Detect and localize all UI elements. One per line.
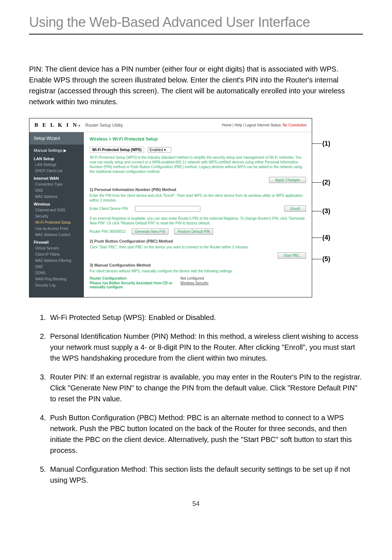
wps-description: Wi-Fi Protected Setup (WPS) is the indus…: [90, 155, 306, 174]
callout-column: (1) (2) (3) (4) (5): [312, 118, 330, 297]
section3-desc: For client devices without WPS, manually…: [90, 269, 306, 273]
ordered-list: 1.Wi-Fi Protected Setup (WPS): Enabled o…: [40, 312, 363, 486]
content-pane: Wireless > Wi-Fi Protected Setup Wi-Fi P…: [84, 132, 312, 297]
sidebar-item[interactable]: Security: [29, 213, 84, 219]
top-links: Home | Help | Logout Internet Status: No…: [222, 123, 307, 127]
enroll-button[interactable]: Enroll: [284, 206, 306, 212]
apply-changes-button[interactable]: Apply Changes: [269, 177, 306, 183]
utility-title: Router Setup Utility: [85, 123, 222, 128]
router-screenshot: B E L K I N® Router Setup Utility Home |…: [29, 118, 312, 297]
generate-pin-button[interactable]: Generate New PIN: [132, 228, 169, 235]
sidebar-item[interactable]: MAC Address Control: [29, 232, 84, 238]
screenshot-container: B E L K I N® Router Setup Utility Home |…: [29, 118, 363, 297]
list-item: 1.Wi-Fi Protected Setup (WPS): Enabled o…: [40, 312, 363, 323]
page-title: Using the Web-Based Advanced User Interf…: [29, 15, 363, 30]
callout-2: (2): [322, 179, 330, 186]
sidebar-wan-header: Internet WAN: [29, 174, 84, 181]
title-underline: [29, 34, 363, 35]
brand-logo: B E L K I N®: [34, 122, 85, 128]
sidebar-manual-settings[interactable]: Manual Settings ▶: [29, 145, 84, 154]
pin-label: Enter Client Device PIN: [90, 207, 128, 211]
restore-pin-button[interactable]: Restore Default PIN: [174, 228, 213, 235]
router-pin-label: Router PIN: 06558512: [90, 230, 126, 234]
sidebar-setup-wizard[interactable]: Setup Wizard: [29, 132, 84, 145]
status-no-connection: No Connection: [283, 123, 307, 127]
sidebar-item[interactable]: Virtual Servers: [29, 245, 84, 251]
router-config-value: Not configured: [180, 276, 204, 280]
breadcrumb: Wireless > Wi-Fi Protected Setup: [90, 137, 306, 142]
section1-title: 1) Personal Information Number (PIN) Met…: [90, 187, 306, 192]
pin-input[interactable]: [135, 206, 200, 212]
list-item: 5.Manual Configuration Method: This sect…: [40, 464, 363, 486]
callout-5: (5): [322, 255, 330, 263]
sidebar-item[interactable]: DMZ: [29, 264, 84, 270]
router-config-label: Router Configuration:: [90, 276, 173, 280]
sidebar-item[interactable]: MAC Address Filtering: [29, 257, 84, 264]
wps-label: Wi-Fi Protected Setup (WPS): [90, 147, 144, 153]
section1-desc: Enter the PIN from the client device and…: [90, 193, 306, 203]
sidebar-firewall-header: Firewall: [29, 238, 84, 245]
list-item: 4.Push Button Configuration (PBC) Method…: [40, 412, 363, 456]
page-number: 54: [29, 500, 363, 508]
section2-title: 2) Push Button Configuration (PBC) Metho…: [90, 239, 306, 243]
sidebar: Setup Wizard Manual Settings ▶ LAN Setup…: [29, 132, 84, 297]
wireless-security-link[interactable]: Wireless Security: [180, 281, 208, 289]
sidebar-wireless-header: Wireless: [29, 200, 84, 207]
sidebar-item[interactable]: Client IP Filters: [29, 251, 84, 257]
sidebar-lan-header: LAN Setup: [29, 154, 84, 162]
assistant-label: Please run Belkin Security Assistant fro…: [90, 281, 173, 289]
wps-select[interactable]: Enabled ▾: [148, 147, 171, 153]
sidebar-item[interactable]: Connection Type: [29, 181, 84, 187]
screenshot-header: B E L K I N® Router Setup Utility Home |…: [29, 118, 312, 132]
sidebar-item-wps[interactable]: Wi-Fi Protected Setup: [29, 219, 84, 226]
sidebar-item[interactable]: Security Log: [29, 282, 84, 288]
registrar-desc: If an external Registrar is available, y…: [90, 216, 306, 226]
section3-title: 3) Manual Configuration Method: [90, 263, 306, 267]
start-pbc-button[interactable]: Start PBC: [278, 252, 306, 259]
callout-4: (4): [322, 234, 330, 242]
sidebar-item[interactable]: WAN Ping Blocking: [29, 276, 84, 282]
sidebar-item[interactable]: MAC Address: [29, 194, 84, 200]
callout-1: (1): [322, 140, 330, 147]
sidebar-item[interactable]: DDNS: [29, 270, 84, 276]
sidebar-item[interactable]: Channel and SSID: [29, 207, 84, 213]
callout-3: (3): [322, 207, 330, 215]
sidebar-item[interactable]: LAN Settings: [29, 162, 84, 168]
section2-desc: Click "Start PBC", then start PBC on the…: [90, 245, 306, 249]
sidebar-item[interactable]: DNS: [29, 187, 84, 194]
sidebar-item[interactable]: DHCP Client List: [29, 168, 84, 174]
list-item: 3.Router PIN: If an external registrar i…: [40, 372, 363, 404]
list-item: 2.Personal Identification Number (PIN) M…: [40, 331, 363, 364]
intro-paragraph: PIN: The client device has a PIN number …: [29, 64, 363, 107]
sidebar-item[interactable]: Use as Access Point: [29, 226, 84, 232]
